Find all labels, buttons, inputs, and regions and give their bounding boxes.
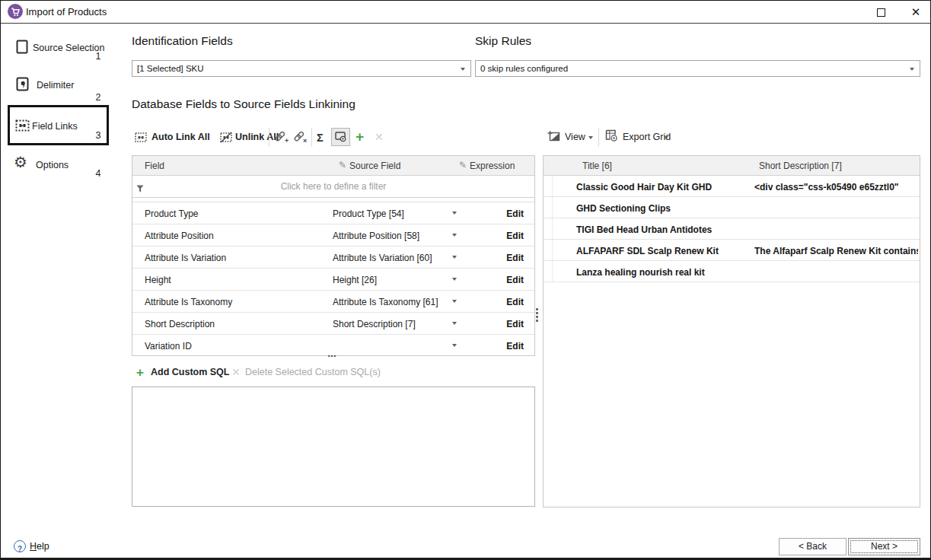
- add-custom-sql-icon: +: [136, 365, 144, 380]
- view-menu-button[interactable]: View: [565, 132, 585, 142]
- skip-rules-dropdown[interactable]: 0 skip rules configured: [475, 60, 920, 77]
- field-link-row: Attribute PositionAttribute Position [58…: [132, 224, 534, 247]
- maximize-button[interactable]: [870, 5, 891, 20]
- edit-expression-button[interactable]: Edit: [506, 341, 524, 352]
- edit-expression-button[interactable]: Edit: [506, 253, 524, 263]
- source-field-value[interactable]: Product Type [54]: [333, 208, 404, 219]
- source-field-dropdown[interactable]: [448, 250, 461, 264]
- source-field-dropdown[interactable]: [448, 228, 461, 242]
- svg-text:+: +: [285, 137, 289, 144]
- view-icon: [547, 130, 561, 145]
- row-indicator: [544, 176, 553, 196]
- delimiter-icon: [16, 77, 29, 94]
- step-number: 4: [92, 168, 104, 179]
- sidebar-item-field-links[interactable]: Field Links: [32, 121, 78, 132]
- description-cell: <div class="css-k05490 e65zztl0": [754, 182, 899, 192]
- sigma-expression-icon[interactable]: Σ: [317, 132, 324, 144]
- row-indicator: [544, 240, 553, 260]
- identification-fields-value: [1 Selected] SKU: [137, 64, 204, 73]
- field-link-row: HeightHeight [26]Edit: [132, 269, 534, 291]
- chevron-down-icon: [452, 212, 457, 215]
- toolbar-separator: [598, 128, 599, 147]
- add-link-icon[interactable]: +: [274, 131, 289, 147]
- edit-expression-button[interactable]: Edit: [506, 297, 524, 307]
- title-cell: Lanza healing nourish real kit: [576, 267, 705, 278]
- pencil-icon: ✎: [339, 160, 346, 170]
- add-custom-sql-button[interactable]: Add Custom SQL: [151, 367, 229, 377]
- sidebar-item-delimiter[interactable]: Delimiter: [37, 80, 74, 91]
- title-cell: GHD Sectioning Clips: [576, 203, 671, 214]
- chevron-down-icon: [452, 278, 457, 281]
- column-header-title[interactable]: Title [6]: [582, 161, 612, 171]
- gear-icon: ⚙: [14, 154, 27, 170]
- source-field-value[interactable]: Short Description [7]: [333, 319, 416, 329]
- skip-rules-value: 0 skip rules configured: [480, 64, 568, 73]
- edit-expression-button[interactable]: Edit: [506, 208, 524, 219]
- description-cell: The Alfaparf Scalp Renew Kit contains th…: [754, 246, 918, 256]
- add-row-icon[interactable]: +: [356, 129, 364, 144]
- auto-link-all-button[interactable]: Auto Link All: [151, 132, 210, 142]
- source-field-dropdown[interactable]: [448, 339, 461, 352]
- field-grid-rows: Product TypeProduct Type [54]EditAttribu…: [132, 202, 534, 357]
- source-field-dropdown[interactable]: [448, 206, 461, 220]
- next-button[interactable]: Next >: [848, 538, 920, 555]
- column-header-expression[interactable]: Expression: [470, 161, 515, 171]
- step-number: 3: [92, 130, 104, 141]
- sidebar-item-options[interactable]: Options: [36, 160, 69, 170]
- identification-fields-dropdown[interactable]: [1 Selected] SKU: [132, 60, 471, 77]
- preview-row: TIGI Bed Head Urban Antidotes: [544, 218, 920, 240]
- toolbar-separator: [311, 128, 312, 147]
- skip-rules-heading: Skip Rules: [475, 34, 531, 48]
- panel-splitter-handle[interactable]: [535, 307, 539, 323]
- column-header-source-field[interactable]: Source Field: [349, 161, 400, 171]
- filter-placeholder: Click here to define a filter: [132, 181, 534, 192]
- column-header-field[interactable]: Field: [145, 161, 164, 171]
- preview-toggle-button[interactable]: [331, 128, 350, 146]
- step-number: 1: [92, 51, 104, 62]
- chevron-down-icon: [452, 256, 457, 259]
- field-name-cell: Attribute Is Taxonomy: [145, 297, 232, 307]
- source-field-value[interactable]: Attribute Is Taxonomy [61]: [333, 297, 438, 307]
- preview-row: Classic Good Hair Day Kit GHD<div class=…: [544, 176, 920, 197]
- column-header-short-description[interactable]: Short Description [7]: [759, 161, 842, 171]
- edit-expression-button[interactable]: Edit: [506, 319, 524, 329]
- field-link-row: Attribute Is TaxonomyAttribute Is Taxono…: [132, 291, 534, 313]
- document-icon: [16, 40, 28, 57]
- edit-expression-button[interactable]: Edit: [506, 231, 524, 241]
- custom-sql-input[interactable]: [132, 387, 535, 507]
- filter-row[interactable]: Click here to define a filter: [132, 176, 534, 198]
- field-name-cell: Attribute Is Variation: [145, 253, 226, 263]
- preview-row: ALFAPARF SDL Scalp Renew KitThe Alfaparf…: [544, 240, 920, 261]
- source-field-dropdown[interactable]: [448, 272, 461, 286]
- row-indicator: [544, 218, 553, 239]
- field-name-cell: Variation ID: [145, 341, 192, 352]
- remove-link-icon[interactable]: ×: [293, 131, 308, 147]
- step-number: 2: [92, 92, 104, 103]
- source-field-dropdown[interactable]: [448, 294, 461, 308]
- window-title: Import of Products: [26, 6, 107, 18]
- unlink-all-button[interactable]: Unlink All: [235, 132, 279, 142]
- row-indicator: [544, 261, 553, 282]
- source-field-value[interactable]: Attribute Is Variation [60]: [333, 253, 432, 263]
- field-name-cell: Product Type: [145, 208, 199, 219]
- export-grid-icon: [605, 129, 618, 145]
- close-button[interactable]: ✕: [904, 3, 928, 21]
- preview-grid-rows: Classic Good Hair Day Kit GHD<div class=…: [544, 176, 920, 282]
- source-field-value[interactable]: Height [26]: [333, 275, 377, 285]
- help-link[interactable]: Help: [30, 541, 49, 552]
- source-field-dropdown[interactable]: [448, 317, 461, 330]
- chevron-down-icon: [452, 234, 457, 237]
- edit-expression-button[interactable]: Edit: [506, 275, 524, 285]
- field-name-cell: Height: [145, 275, 171, 285]
- grid-resize-handle[interactable]: …: [327, 348, 337, 359]
- import-wizard-window: Import of Products ✕ Source Selection 1 …: [0, 0, 931, 560]
- title-cell: Classic Good Hair Day Kit GHD: [576, 182, 712, 192]
- back-button[interactable]: < Back: [779, 538, 847, 555]
- auto-link-icon: [135, 132, 148, 146]
- field-name-cell: Attribute Position: [145, 231, 214, 241]
- source-field-value[interactable]: Attribute Position [58]: [333, 231, 419, 241]
- maximize-icon: [877, 8, 885, 17]
- identification-fields-heading: Identification Fields: [132, 34, 233, 48]
- field-links-icon: [15, 119, 30, 135]
- chevron-down-icon: [452, 300, 457, 303]
